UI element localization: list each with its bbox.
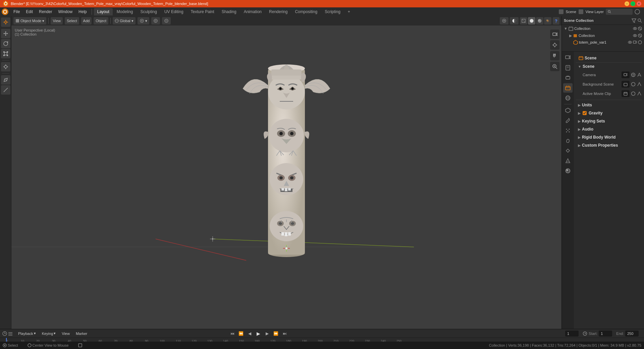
workspace-texture-paint[interactable]: Texture Paint: [187, 8, 218, 15]
object-mode-dropdown[interactable]: Object Mode ▾: [13, 17, 46, 24]
movie-eyedropper-icon[interactable]: [631, 91, 636, 96]
workspace-uv-editing[interactable]: UV Editing: [161, 8, 187, 15]
workspace-animation[interactable]: Animation: [240, 8, 265, 15]
minimize-button[interactable]: –: [625, 1, 629, 6]
current-frame-input[interactable]: 1: [565, 331, 579, 337]
workspace-shading[interactable]: Shading: [218, 8, 240, 15]
bg-scene-new-icon[interactable]: [637, 82, 642, 87]
keying-menu[interactable]: Keying ▾: [40, 331, 58, 336]
material-props-icon[interactable]: [563, 166, 573, 176]
grab-view-button[interactable]: [550, 51, 559, 60]
end-frame-input[interactable]: 250: [625, 331, 639, 337]
restore-button[interactable]: □: [631, 1, 635, 6]
tl-menu-icon[interactable]: [8, 331, 13, 336]
data-props-icon[interactable]: [563, 156, 573, 165]
annotate-button[interactable]: [1, 75, 10, 85]
scene-section-header[interactable]: ▼ Scene: [576, 63, 642, 70]
viewport-shading[interactable]: [510, 17, 519, 24]
viewlayer-props-icon[interactable]: [563, 73, 573, 83]
view-menu-tl[interactable]: View: [60, 331, 72, 336]
object-props-icon[interactable]: [563, 106, 573, 115]
marker-menu[interactable]: Marker: [74, 331, 89, 336]
particles-props-icon[interactable]: [563, 126, 573, 135]
camera-eyedropper-icon[interactable]: [631, 72, 636, 77]
movie-new-icon[interactable]: [637, 91, 642, 96]
camera-view-button[interactable]: [550, 30, 559, 39]
workspace-layout[interactable]: Layout: [94, 8, 113, 15]
constraints-props-icon[interactable]: [563, 146, 573, 155]
svg-point-168: [638, 41, 642, 44]
view-menu[interactable]: View: [51, 17, 63, 24]
add-menu[interactable]: Add: [81, 17, 92, 24]
world-props-icon[interactable]: [563, 93, 573, 103]
jump-next-keyframe-button[interactable]: ⏩: [272, 330, 280, 337]
proportional-edit-button[interactable]: [162, 17, 171, 24]
menu-edit[interactable]: Edit: [23, 8, 36, 15]
bg-scene-input[interactable]: [622, 81, 642, 88]
collection-item[interactable]: ▶ Collection: [562, 32, 644, 39]
render-props-icon[interactable]: [563, 53, 573, 62]
move-tool-button[interactable]: [1, 29, 10, 38]
bg-scene-field[interactable]: [622, 81, 630, 88]
modifier-props-icon[interactable]: [563, 116, 573, 125]
workspace-scripting[interactable]: Scripting: [321, 8, 344, 15]
transform-space-dropdown[interactable]: Global ▾: [113, 17, 136, 24]
menu-file[interactable]: File: [11, 8, 22, 15]
audio-header[interactable]: ▶ Audio: [576, 126, 642, 133]
show-overlay-button[interactable]: [500, 17, 508, 24]
jump-start-button[interactable]: ⏮: [229, 330, 236, 337]
physics-props-icon[interactable]: [563, 136, 573, 145]
camera-field[interactable]: [622, 71, 630, 78]
select-menu[interactable]: Select: [65, 17, 79, 24]
gravity-header[interactable]: ▶ Gravity: [576, 109, 642, 117]
menu-render[interactable]: Render: [36, 8, 55, 15]
jump-prev-keyframe-button[interactable]: ⏪: [237, 330, 245, 337]
workspace-compositing[interactable]: Compositing: [291, 8, 321, 15]
wireframe-mode[interactable]: [520, 17, 527, 24]
solid-mode[interactable]: [528, 17, 535, 24]
transform-tool-button[interactable]: [1, 62, 10, 71]
scale-tool-button[interactable]: [1, 49, 10, 58]
camera-new-icon[interactable]: [637, 72, 642, 77]
play-button[interactable]: ▶: [255, 330, 262, 337]
light-button[interactable]: [550, 40, 559, 50]
start-frame-input[interactable]: 1: [599, 331, 612, 337]
svg-rect-176: [566, 87, 570, 90]
scene-search[interactable]: [606, 9, 633, 15]
movie-clip-field[interactable]: [622, 90, 630, 97]
object-menu[interactable]: Object: [94, 17, 108, 24]
snap-button[interactable]: [151, 17, 160, 24]
rotate-tool-button[interactable]: [1, 39, 10, 48]
step-forward-button[interactable]: ▶: [264, 330, 271, 337]
workspace-rendering[interactable]: Rendering: [266, 8, 291, 15]
movie-clip-input[interactable]: [622, 90, 642, 97]
workspace-add[interactable]: +: [344, 8, 354, 15]
viewport[interactable]: Object Mode ▾ View Select Add Object Glo…: [11, 16, 561, 329]
scene-props-icon[interactable]: [563, 83, 573, 93]
measure-button[interactable]: [1, 85, 10, 95]
rendered-mode[interactable]: [544, 17, 551, 24]
workspace-sculpting[interactable]: Sculpting: [137, 8, 160, 15]
material-mode[interactable]: [536, 17, 543, 24]
zoom-in-button[interactable]: [550, 62, 559, 71]
menu-window[interactable]: Window: [55, 8, 75, 15]
rigid-body-header[interactable]: ▶ Rigid Body World: [576, 134, 642, 141]
output-props-icon[interactable]: [563, 63, 573, 72]
close-button[interactable]: ✕: [637, 1, 641, 6]
step-backward-button[interactable]: ◀: [246, 330, 254, 337]
menu-help[interactable]: Help: [76, 8, 90, 15]
outliner-scene-collection[interactable]: ▼ Collection: [562, 25, 644, 32]
gravity-checkbox[interactable]: [583, 111, 587, 115]
custom-props-header[interactable]: ▶ Custom Properties: [576, 142, 642, 149]
jump-end-button[interactable]: ⏭: [281, 330, 288, 337]
workspace-modeling[interactable]: Modeling: [113, 8, 137, 15]
viewport-3d-content[interactable]: [11, 26, 561, 329]
help-button[interactable]: ?: [553, 17, 559, 24]
playback-menu[interactable]: Playback ▾: [16, 331, 38, 336]
pivot-center-dropdown[interactable]: ▾: [138, 17, 149, 24]
bg-scene-eyedropper-icon[interactable]: [631, 82, 636, 87]
totem-item[interactable]: totem_pole_var1: [562, 39, 644, 46]
camera-input[interactable]: [622, 71, 642, 78]
keying-sets-header[interactable]: ▶ Keying Sets: [576, 117, 642, 125]
units-header[interactable]: ▶ Units: [576, 101, 642, 109]
